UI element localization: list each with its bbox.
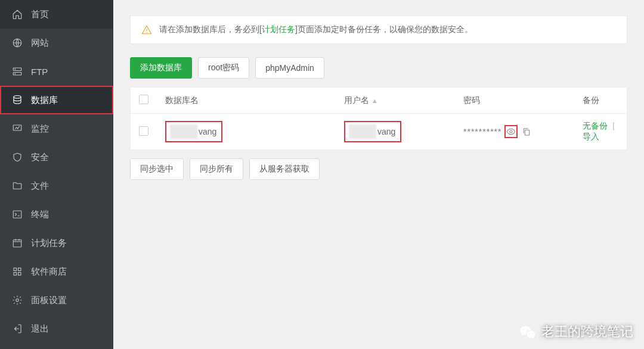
table-row: vang vang **********: [131, 114, 627, 150]
add-database-button[interactable]: 添加数据库: [130, 57, 192, 79]
sidebar-item-label: FTP: [31, 67, 48, 77]
copy-icon[interactable]: [521, 126, 532, 138]
eye-icon[interactable]: [505, 126, 517, 138]
svg-rect-9: [14, 268, 17, 271]
warning-icon: [141, 24, 152, 35]
row-checkbox[interactable]: [139, 126, 148, 136]
svg-point-5: [14, 96, 21, 99]
terminal-icon: [12, 209, 23, 220]
shield-icon: [12, 152, 23, 163]
toolbar: 添加数据库 root密码 phpMyAdmin: [130, 57, 627, 79]
svg-rect-8: [13, 240, 21, 247]
svg-point-14: [146, 32, 147, 33]
sidebar-item-label: 首页: [31, 9, 49, 20]
svg-point-13: [16, 299, 19, 302]
ftp-icon: [12, 66, 23, 77]
main-content: 请在添加数据库后，务必到[计划任务]页面添加定时备份任务，以确保您的数据安全。 …: [113, 0, 644, 349]
sidebar-item-home[interactable]: 首页: [0, 0, 113, 29]
sidebar-item-settings[interactable]: 面板设置: [0, 286, 113, 314]
sidebar-item-software[interactable]: 软件商店: [0, 257, 113, 286]
sidebar-item-label: 监控: [31, 123, 49, 135]
sidebar-item-label: 终端: [31, 209, 49, 220]
backup-cell: 无备份 | 导入: [583, 121, 617, 141]
sidebar-item-files[interactable]: 文件: [0, 172, 113, 200]
sidebar-item-database[interactable]: 数据库: [0, 86, 113, 114]
sidebar-item-security[interactable]: 安全: [0, 143, 113, 172]
sidebar-item-monitor[interactable]: 监控: [0, 114, 113, 143]
database-table: 数据库名 用户名▲ 密码 备份 vang: [130, 87, 627, 150]
sidebar-item-label: 计划任务: [31, 238, 67, 249]
sidebar-item-website[interactable]: 网站: [0, 29, 113, 57]
password-masked: **********: [463, 127, 501, 136]
username-cell[interactable]: vang: [344, 121, 401, 142]
svg-point-3: [15, 69, 16, 70]
sidebar-item-label: 文件: [31, 180, 49, 192]
blurred-text: [170, 124, 197, 139]
sort-asc-icon: ▲: [371, 97, 378, 104]
sidebar-item-label: 退出: [31, 323, 49, 335]
separator: |: [612, 121, 615, 130]
home-icon: [12, 9, 23, 20]
sync-all-button[interactable]: 同步所有: [190, 158, 243, 180]
folder-icon: [12, 180, 23, 191]
gear-icon: [12, 295, 23, 306]
alert-prefix: 请在添加数据库后，务必到[: [159, 24, 262, 34]
root-password-button[interactable]: root密码: [198, 57, 249, 79]
alert-suffix: ]页面添加定时备份任务，以确保您的数据安全。: [295, 24, 473, 34]
svg-rect-1: [13, 68, 21, 71]
header-username[interactable]: 用户名▲: [336, 88, 455, 114]
svg-point-15: [510, 130, 512, 133]
sidebar-item-label: 数据库: [31, 95, 58, 106]
globe-icon: [12, 38, 23, 48]
sidebar-item-label: 软件商店: [31, 266, 67, 278]
select-all-checkbox[interactable]: [139, 95, 148, 104]
sidebar: 首页 网站 FTP 数据库 监控 安全 文件: [0, 0, 113, 349]
monitor-icon: [12, 123, 23, 134]
sidebar-item-label: 网站: [31, 38, 49, 49]
alert-text: 请在添加数据库后，务必到[计划任务]页面添加定时备份任务，以确保您的数据安全。: [159, 24, 473, 35]
svg-rect-2: [13, 73, 21, 76]
sidebar-item-label: 安全: [31, 152, 49, 163]
password-cell: **********: [463, 126, 532, 138]
backup-warning-alert: 请在添加数据库后，务必到[计划任务]页面添加定时备份任务，以确保您的数据安全。: [130, 15, 627, 44]
alert-link[interactable]: 计划任务: [262, 24, 295, 34]
database-icon: [12, 95, 23, 105]
header-backup: 备份: [574, 88, 627, 114]
svg-rect-7: [13, 211, 21, 218]
blurred-text: [349, 124, 376, 139]
svg-rect-16: [525, 130, 530, 135]
logout-icon: [12, 323, 23, 334]
import-link[interactable]: 导入: [583, 132, 599, 141]
sidebar-item-logout[interactable]: 退出: [0, 314, 113, 343]
db-name-cell[interactable]: vang: [165, 121, 222, 142]
header-password: 密码: [455, 88, 574, 114]
sidebar-item-label: 面板设置: [31, 295, 67, 306]
header-db-name[interactable]: 数据库名: [157, 88, 336, 114]
svg-rect-12: [18, 273, 21, 276]
svg-rect-11: [14, 273, 17, 276]
svg-rect-10: [18, 268, 21, 271]
sidebar-item-terminal[interactable]: 终端: [0, 200, 113, 229]
sidebar-item-schedule[interactable]: 计划任务: [0, 229, 113, 257]
sync-selected-button[interactable]: 同步选中: [130, 158, 184, 180]
no-backup-link[interactable]: 无备份: [583, 121, 608, 130]
username-suffix: vang: [377, 127, 395, 136]
schedule-icon: [12, 238, 23, 248]
fetch-from-server-button[interactable]: 从服务器获取: [249, 158, 320, 180]
svg-point-4: [15, 73, 16, 74]
sidebar-item-ftp[interactable]: FTP: [0, 57, 113, 86]
phpmyadmin-button[interactable]: phpMyAdmin: [255, 57, 324, 79]
below-actions: 同步选中 同步所有 从服务器获取: [130, 158, 627, 180]
apps-icon: [12, 266, 23, 277]
db-name-suffix: vang: [199, 127, 216, 136]
